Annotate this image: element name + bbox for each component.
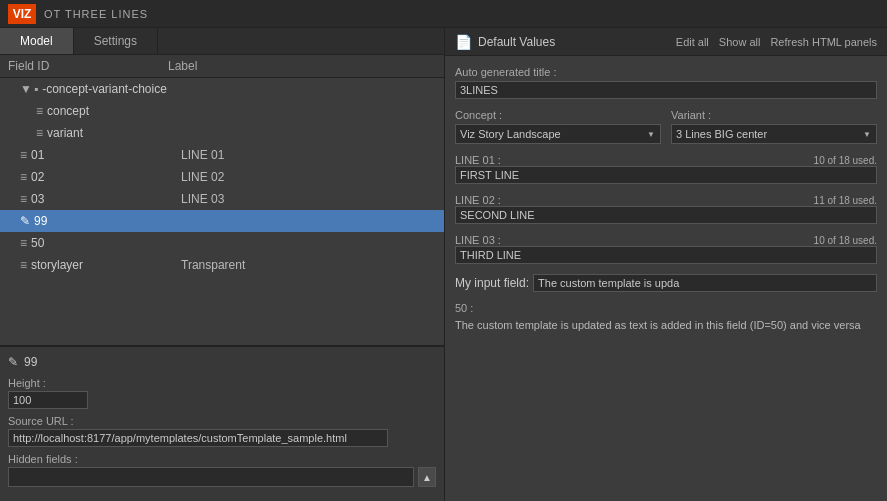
my-input-field[interactable] [533,274,877,292]
line01-input[interactable] [455,166,877,184]
line01-field: LINE 01 : 10 of 18 used. [455,154,877,184]
tab-settings[interactable]: Settings [74,28,158,54]
left-panel: Model Settings Field ID Label ▼ ▪ -conce… [0,28,445,501]
right-header-left: 📄 Default Values [455,34,555,50]
line03-field: LINE 03 : 10 of 18 used. [455,234,877,264]
hamburger-icon: ≡ [20,192,27,206]
tabs: Model Settings [0,28,444,55]
tab-model[interactable]: Model [0,28,74,54]
col-field-id: Field ID [8,59,168,73]
variant-col: Variant : 3 Lines BIG center [671,109,877,144]
folder-icon: ▪ [34,82,38,96]
line01-label: LINE 01 : [455,154,501,166]
edit-panel-title: ✎ 99 [8,355,436,369]
line02-field: LINE 02 : 11 of 18 used. [455,194,877,224]
main-content: Model Settings Field ID Label ▼ ▪ -conce… [0,28,887,501]
line01-header: LINE 01 : 10 of 18 used. [455,154,877,166]
concept-select-wrapper: Viz Story Landscape [455,124,661,144]
edit-all-link[interactable]: Edit all [676,36,709,48]
height-input[interactable] [8,391,88,409]
my-input-row: My input field: [455,274,877,292]
source-url-input[interactable] [8,429,388,447]
hamburger-icon: ≡ [20,170,27,184]
tree-row[interactable]: ≡ 02 LINE 02 [0,166,444,188]
tree-row[interactable]: ≡ 03 LINE 03 [0,188,444,210]
spin-up-button[interactable]: ▲ [418,467,436,487]
concept-select[interactable]: Viz Story Landscape [455,124,661,144]
tree-row[interactable]: ≡ storylayer Transparent [0,254,444,276]
my-input-label: My input field: [455,276,529,290]
hidden-fields-row: ▲ [8,467,436,487]
variant-select[interactable]: 3 Lines BIG center [671,124,877,144]
line02-header: LINE 02 : 11 of 18 used. [455,194,877,206]
right-header: 📄 Default Values Edit all Show all Refre… [445,28,887,56]
source-url-group: Source URL : [8,415,436,447]
show-all-link[interactable]: Show all [719,36,761,48]
chevron-down-icon: ▼ [20,82,32,96]
fifty-label: 50 : [455,302,877,314]
line02-input[interactable] [455,206,877,224]
auto-title-field: Auto generated title : [455,66,877,99]
line02-count: 11 of 18 used. [814,195,877,206]
hidden-fields-label: Hidden fields : [8,453,436,465]
top-bar: VIZ OT THREE LINES [0,0,887,28]
hamburger-icon: ≡ [20,236,27,250]
tree-row-selected[interactable]: ✎ 99 [0,210,444,232]
right-panel: 📄 Default Values Edit all Show all Refre… [445,28,887,501]
hidden-fields-group: Hidden fields : ▲ [8,453,436,487]
tree-row[interactable]: ≡ variant [0,122,444,144]
line03-label: LINE 03 : [455,234,501,246]
concept-label: Concept : [455,109,661,121]
hidden-fields-input[interactable] [8,467,414,487]
right-header-actions: Edit all Show all Refresh HTML panels [676,36,877,48]
logo: VIZ [8,4,36,24]
edit-panel: ✎ 99 Height : Source URL : Hidden fields… [0,345,444,501]
tree-row[interactable]: ≡ 50 [0,232,444,254]
fifty-section: 50 : The custom template is updated as t… [455,302,877,333]
right-content: Auto generated title : Concept : Viz Sto… [445,56,887,501]
auto-title-label: Auto generated title : [455,66,877,78]
tree-row[interactable]: ▼ ▪ -concept-variant-choice [0,78,444,100]
table-header: Field ID Label [0,55,444,78]
height-label: Height : [8,377,436,389]
line03-input[interactable] [455,246,877,264]
app-title: OT THREE LINES [44,8,148,20]
tree-row[interactable]: ≡ concept [0,100,444,122]
tree-row[interactable]: ≡ 01 LINE 01 [0,144,444,166]
line01-count: 10 of 18 used. [814,155,877,166]
line03-header: LINE 03 : 10 of 18 used. [455,234,877,246]
hamburger-icon: ≡ [20,258,27,272]
auto-title-input[interactable] [455,81,877,99]
refresh-link[interactable]: Refresh HTML panels [770,36,877,48]
page-icon: 📄 [455,34,472,50]
variant-label: Variant : [671,109,877,121]
hamburger-icon: ≡ [36,126,43,140]
edit-icon: ✎ [20,214,30,228]
tree-container[interactable]: ▼ ▪ -concept-variant-choice ≡ concept ≡ … [0,78,444,345]
source-url-label: Source URL : [8,415,436,427]
variant-select-wrapper: 3 Lines BIG center [671,124,877,144]
concept-col: Concept : Viz Story Landscape [455,109,661,144]
height-group: Height : [8,377,436,409]
col-label: Label [168,59,436,73]
concept-variant-row: Concept : Viz Story Landscape Variant : … [455,109,877,144]
hamburger-icon: ≡ [36,104,43,118]
right-panel-title: Default Values [478,35,555,49]
line02-label: LINE 02 : [455,194,501,206]
hamburger-icon: ≡ [20,148,27,162]
line03-count: 10 of 18 used. [814,235,877,246]
fifty-text: The custom template is updated as text i… [455,318,877,333]
edit-icon: ✎ [8,355,18,369]
